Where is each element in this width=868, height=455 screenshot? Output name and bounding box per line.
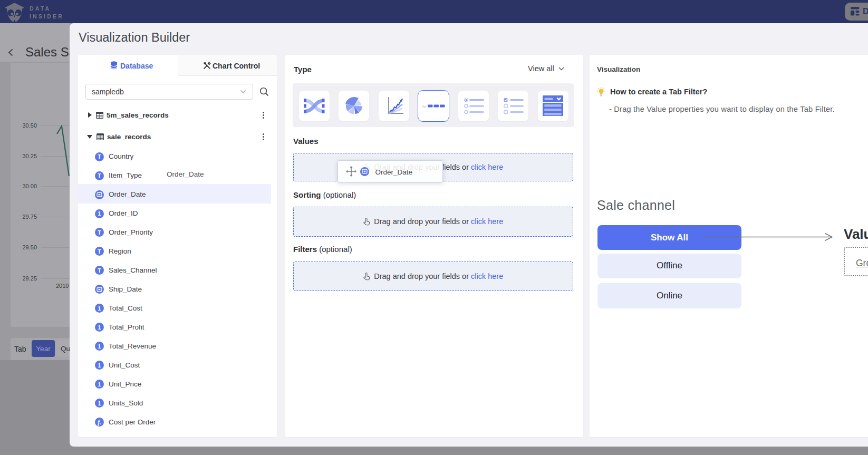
svg-text:Tab: Tab	[422, 104, 427, 108]
